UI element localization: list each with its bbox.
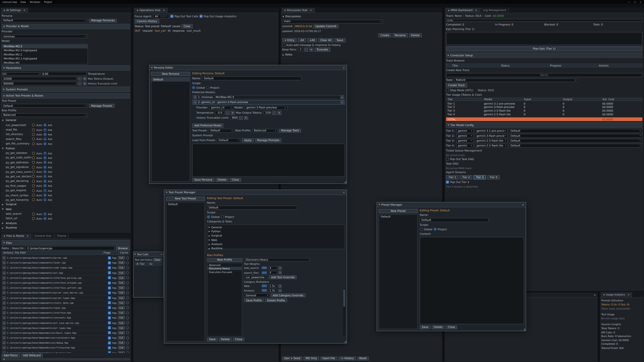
preset-content-textarea[interactable] — [420, 237, 524, 324]
agg-checkbox[interactable]: ✓ — [108, 331, 111, 334]
multiplier-value[interactable]: 1.3x — [268, 289, 277, 292]
temperature-input[interactable]: 0.00 — [40, 72, 86, 76]
scope-global-radio[interactable] — [207, 216, 210, 218]
cache-indicator[interactable] — [126, 306, 129, 309]
max-tokens-input[interactable]: 32000 — [2, 77, 76, 81]
full-button[interactable]: Full — [118, 281, 125, 285]
tool-row[interactable]: py_get_hierarchy Auto Ask — [2, 198, 130, 202]
cache-indicator[interactable] — [126, 256, 129, 259]
expand-icon[interactable]: ▶ — [209, 226, 210, 228]
clear-tool-calls-button[interactable]: Clear — [153, 258, 162, 261]
add-wildcard-button[interactable]: Add Wildcard — [21, 354, 43, 358]
remove-file-button[interactable]: x — [2, 276, 6, 280]
pop-out-task-dag-checkbox[interactable] — [446, 158, 449, 161]
auto-add-checkbox[interactable] — [282, 43, 285, 46]
menu-item[interactable]: View — [20, 1, 26, 3]
full-button[interactable]: Full — [118, 336, 125, 340]
auto-radio[interactable] — [32, 217, 35, 220]
auto-radio[interactable] — [32, 170, 35, 173]
full-button[interactable]: Full — [118, 256, 125, 259]
tool-override-select[interactable]: run_powershell ▾ — [244, 275, 268, 279]
cache-indicator[interactable] — [126, 276, 129, 279]
plan-epic-button[interactable]: Plan Epic (Tier 1) — [446, 46, 642, 51]
pop-out-usage-checkbox[interactable]: ✓ — [200, 15, 202, 18]
cache-indicator[interactable] — [126, 352, 129, 353]
auto-radio[interactable] — [32, 133, 35, 136]
bias-profile-select[interactable]: Balanced ▾ — [2, 113, 88, 117]
category-node[interactable]: ▶ Python — [209, 230, 343, 233]
expand-icon[interactable]: ▶ — [209, 235, 210, 237]
tool-row[interactable]: ▶ Runtime Auto Ask — [2, 226, 130, 230]
tool-row[interactable]: read_file Auto Ask — [2, 127, 130, 132]
delete-discussion-button[interactable]: Delete — [409, 33, 422, 37]
new-preset-button[interactable]: New Preset — [379, 209, 418, 213]
ask-radio[interactable] — [44, 166, 46, 169]
discussions-section-header[interactable]: ▼ Discussions — [282, 14, 440, 18]
full-button[interactable]: Full — [118, 266, 125, 270]
focus-agent-extra-select[interactable]: ▾ — [164, 14, 169, 18]
full-button[interactable]: Full — [118, 346, 125, 350]
tab-ai-settings[interactable]: ▼ AI Settings × — [1, 7, 28, 13]
pop-out-tier3-checkbox[interactable]: ✓ — [446, 181, 449, 184]
agg-checkbox[interactable]: ✓ — [108, 311, 111, 314]
remove-file-button[interactable]: x — [2, 261, 6, 265]
remove-weight-button[interactable]: × — [278, 271, 282, 274]
close-icon[interactable]: × — [343, 66, 345, 69]
tool-row[interactable]: py_get_imports Auto Ask — [2, 188, 130, 193]
tool-row[interactable]: ▼ General Auto Ask — [2, 118, 130, 123]
cache-indicator[interactable] — [126, 301, 129, 304]
agg-checkbox[interactable]: ✓ — [108, 347, 111, 349]
step-mode-checkbox[interactable] — [446, 89, 449, 91]
ask-radio[interactable] — [44, 198, 46, 201]
agg-checkbox[interactable]: ✓ — [108, 271, 111, 274]
resize-handle[interactable] — [523, 328, 526, 331]
agg-checkbox[interactable]: ✓ — [108, 281, 111, 284]
auto-radio[interactable] — [32, 142, 35, 145]
tier-model-config-header[interactable]: ▼ Tier Model Config — [446, 122, 642, 128]
tab-operations-hub[interactable]: ▼ Operations Hub × — [134, 7, 168, 13]
provider-select[interactable]: minimax ▾ — [2, 34, 88, 38]
tool-row[interactable]: py_get_class_summary Auto Ask — [2, 169, 130, 174]
tool-row[interactable]: py_get_skeleton Auto Ask — [2, 151, 130, 156]
cache-indicator[interactable] — [126, 326, 129, 329]
full-button[interactable]: Full — [118, 316, 125, 320]
new-profile-button[interactable]: New Profile — [207, 258, 242, 262]
cache-indicator[interactable] — [126, 317, 129, 319]
ask-radio[interactable] — [44, 180, 46, 183]
full-button[interactable]: Full — [118, 271, 125, 275]
ask-radio[interactable] — [44, 156, 46, 159]
base-dir-input[interactable]: C:/projects/gencpp — [26, 246, 115, 250]
manage-tools-button[interactable]: Manage Tools — [279, 129, 301, 133]
epic-planning-textarea[interactable] — [446, 32, 642, 45]
expand-icon[interactable]: ▶ — [209, 243, 210, 245]
full-button[interactable]: Full — [118, 311, 125, 315]
persona-name-input[interactable]: Default — [202, 76, 302, 80]
scope-project-radio[interactable] — [434, 228, 436, 231]
preferred-model-row[interactable]: ≡ 1. minimax - MiniMax-M2.5 × — [192, 95, 345, 99]
new-tool-preset-button[interactable]: New Tool Preset — [166, 197, 205, 200]
history-limit-decrement-button[interactable]: - — [78, 82, 82, 85]
manage-prompts-button[interactable]: Manage Prompts — [255, 138, 282, 142]
auto-radio[interactable] — [32, 213, 35, 215]
remove-file-button[interactable]: x — [2, 301, 6, 305]
pm-max-output-input[interactable]: 32000 — [264, 111, 271, 115]
close-preset-manager-button[interactable]: Close — [446, 325, 457, 329]
save-persona-button[interactable]: Save Persona — [192, 178, 214, 182]
rename-discussion-button[interactable]: Rename — [392, 33, 408, 37]
remove-file-button[interactable]: x — [2, 296, 6, 300]
roles-section-header[interactable]: ▶ Roles — [282, 53, 440, 57]
auto-radio[interactable] — [32, 156, 35, 159]
ask-radio[interactable] — [44, 175, 46, 178]
keep-pairs-decrement-button[interactable]: - — [304, 48, 308, 51]
tier-model-select[interactable]: gemini-2.5-flash-lite ▾ — [475, 139, 508, 143]
auto-radio[interactable] — [32, 161, 35, 164]
cache-indicator[interactable] — [126, 341, 129, 344]
tool-row[interactable]: search_files Auto Ask — [2, 137, 130, 141]
conductor-setup-header[interactable]: ▶ Conductor Setup — [446, 52, 642, 58]
tool-row[interactable]: py_get_docstring Auto Ask — [2, 179, 130, 184]
cache-indicator[interactable] — [126, 286, 129, 289]
cache-indicator[interactable] — [126, 336, 129, 339]
tool-row[interactable]: ▶ Analysis Auto Ask — [2, 221, 130, 226]
cache-indicator[interactable] — [126, 322, 129, 324]
tool-row[interactable]: web_search Auto Ask — [2, 212, 130, 216]
